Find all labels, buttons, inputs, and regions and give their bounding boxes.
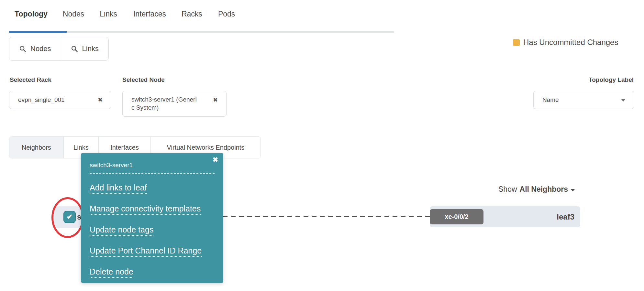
selected-node-label: Selected Node: [122, 76, 165, 83]
uncommitted-changes-legend: Has Uncommitted Changes: [513, 38, 618, 47]
selected-rack-select[interactable]: evpn_single_001 ✖: [9, 91, 111, 109]
update-node-tags-link[interactable]: Update node tags: [90, 225, 153, 236]
clear-node-icon[interactable]: ✖: [213, 96, 218, 103]
chevron-down-icon: [571, 189, 575, 191]
uncommitted-color-swatch: [513, 39, 520, 46]
show-neighbors-prefix: Show: [498, 185, 517, 194]
search-nodes-button[interactable]: Nodes: [9, 37, 61, 60]
uncommitted-legend-label: Has Uncommitted Changes: [523, 38, 618, 47]
popup-node-title: switch3-server1: [90, 162, 215, 169]
chevron-down-icon: [621, 99, 626, 102]
subtab-neighbors[interactable]: Neighbors: [9, 137, 64, 158]
tab-links[interactable]: Links: [100, 10, 117, 18]
manage-connectivity-templates-link[interactable]: Manage connectivity templates: [90, 204, 201, 215]
show-neighbors-value: All Neighbors: [520, 185, 568, 194]
search-links-label: Links: [82, 45, 99, 53]
active-tab-underline: [9, 31, 67, 33]
neighbor-node-box[interactable]: xe-0/0/2 leaf3: [430, 206, 580, 227]
neighbor-node-name: leaf3: [557, 212, 574, 221]
node-context-popup: ✖ switch3-server1 Add links to leaf Mana…: [81, 153, 223, 283]
topology-label-select[interactable]: Name: [533, 91, 634, 109]
tab-nodes[interactable]: Nodes: [63, 10, 84, 18]
tab-interfaces[interactable]: Interfaces: [133, 10, 166, 18]
show-neighbors-dropdown[interactable]: Show All Neighbors: [498, 185, 575, 194]
interface-chip: xe-0/0/2: [430, 209, 483, 224]
search-nodes-label: Nodes: [30, 45, 51, 53]
search-links-button[interactable]: Links: [61, 37, 108, 60]
selected-rack-label: Selected Rack: [10, 76, 51, 83]
tab-bar-divider: [67, 31, 394, 33]
menu-row: Update Port Channel ID Range: [90, 244, 215, 258]
menu-row: Add links to leaf: [90, 181, 215, 195]
search-button-group: Nodes Links: [9, 37, 109, 61]
menu-row: Manage connectivity templates: [90, 202, 215, 216]
selected-node-value: switch3-server1 (Generi c System): [131, 95, 197, 112]
selected-node-value-line1: switch3-server1 (Generi: [131, 96, 197, 103]
menu-row: Update node tags: [90, 223, 215, 237]
search-icon: [19, 45, 26, 52]
menu-row: Delete node: [90, 265, 215, 279]
node-checkbox[interactable]: ✔: [63, 211, 76, 223]
add-links-to-leaf-link[interactable]: Add links to leaf: [90, 183, 147, 194]
delete-node-link[interactable]: Delete node: [90, 267, 133, 278]
main-tab-bar: Topology Nodes Links Interfaces Racks Po…: [9, 10, 235, 18]
checkmark-icon: ✔: [67, 213, 72, 221]
tab-topology[interactable]: Topology: [15, 10, 48, 18]
tab-pods[interactable]: Pods: [218, 10, 235, 18]
popup-action-menu: Add links to leaf Manage connectivity te…: [81, 174, 223, 279]
tab-racks[interactable]: Racks: [182, 10, 202, 18]
topology-label-label: Topology Label: [518, 76, 634, 83]
link-connector-line: [223, 215, 430, 218]
topology-label-value: Name: [542, 96, 559, 103]
selected-node-value-line2: c System): [131, 104, 159, 111]
selected-rack-value: evpn_single_001: [18, 96, 65, 103]
update-port-channel-id-range-link[interactable]: Update Port Channel ID Range: [90, 246, 202, 257]
search-icon: [71, 45, 78, 52]
clear-rack-icon[interactable]: ✖: [98, 96, 103, 103]
selected-node-select[interactable]: switch3-server1 (Generi c System) ✖: [122, 91, 227, 117]
close-icon[interactable]: ✖: [212, 156, 218, 163]
